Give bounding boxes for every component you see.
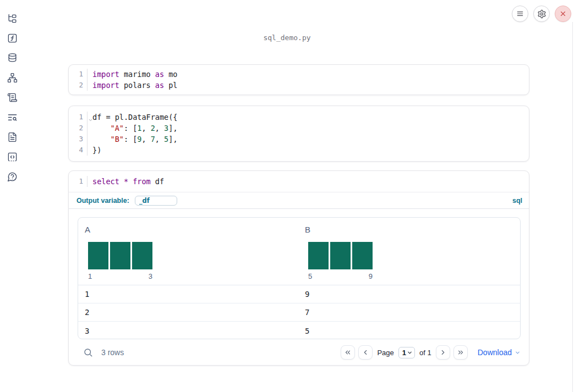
histogram-bar[interactable]: [88, 242, 108, 269]
histogram-ticks: 5 9: [308, 272, 373, 280]
code-token: df: [151, 177, 164, 186]
document-icon: [7, 132, 18, 142]
row-count-label: 3 rows: [101, 348, 124, 357]
code-token: : [: [124, 135, 137, 143]
code-token: pl: [164, 81, 177, 90]
search-icon[interactable]: [83, 347, 93, 357]
code-token: ],: [168, 135, 177, 143]
chevron-left-icon: [362, 349, 369, 356]
code-editor[interactable]: 1df = pl.DataFrame({2 "A": [1, 2, 3],3 "…: [69, 106, 529, 161]
histogram-bar[interactable]: [308, 242, 329, 269]
line-number: 4: [69, 145, 88, 156]
sidebar-item-datasources[interactable]: [7, 53, 18, 63]
code-line: 4}): [69, 145, 529, 156]
table-cell: 9: [298, 290, 520, 299]
code-token: 7: [151, 135, 155, 143]
shutdown-button[interactable]: [555, 5, 571, 22]
code-token: [128, 177, 133, 186]
scroll-icon: [7, 92, 18, 103]
column-label: B: [305, 225, 310, 234]
code-token: ,: [141, 135, 150, 143]
histogram-bar[interactable]: [330, 242, 351, 269]
output-variable-input[interactable]: [135, 196, 177, 206]
code-token: *: [124, 177, 128, 186]
chevrons-left-icon: [344, 349, 352, 356]
column-histogram: [308, 242, 373, 269]
sql-editor[interactable]: 1select * from df: [69, 171, 529, 192]
line-number: 2: [69, 80, 88, 91]
sql-meta-row: Output variable: sql: [69, 192, 529, 209]
sidebar-item-outline-search[interactable]: [7, 112, 18, 122]
settings-button[interactable]: [533, 5, 550, 22]
code-token: import: [92, 70, 119, 79]
code-line: 1select * from df: [69, 176, 529, 187]
code-text: select * from df: [88, 176, 164, 187]
sidebar-item-file-explorer[interactable]: [7, 13, 18, 23]
dataframe-table: A 1 3 B 5 9 192735: [78, 217, 521, 339]
last-page-button[interactable]: [453, 345, 468, 360]
language-badge: sql: [512, 197, 522, 205]
page-select[interactable]: 1: [398, 347, 415, 358]
code-token: marimo: [119, 70, 155, 79]
histogram-bar[interactable]: [132, 242, 152, 269]
chevron-down-icon: [515, 350, 521, 356]
code-token: ,: [155, 124, 164, 132]
table-cell: 1: [78, 290, 298, 299]
sql-cell[interactable]: 1select * from df Output variable: sql A…: [68, 170, 529, 366]
table-cell: 2: [78, 308, 298, 317]
code-text: }): [88, 145, 101, 156]
table-row[interactable]: 35: [78, 322, 520, 339]
download-button[interactable]: Download: [478, 348, 521, 357]
code-editor[interactable]: 1import marimo as mo2import polars as pl: [69, 65, 529, 95]
column-header-b[interactable]: B 5 9: [298, 218, 520, 285]
fold-toggle[interactable]: [88, 115, 93, 126]
code-cell-dataframe[interactable]: 1df = pl.DataFrame({2 "A": [1, 2, 3],3 "…: [68, 106, 529, 162]
page-select-value: 1: [402, 349, 406, 357]
help-bubble-icon: [7, 172, 18, 182]
sidebar-item-logs[interactable]: [7, 92, 18, 102]
table-cell: 5: [298, 327, 520, 335]
code-token: select: [92, 177, 119, 186]
close-icon: [559, 10, 567, 18]
table-footer: 3 rows Page 1 of 1: [78, 344, 521, 361]
code-line: 1import marimo as mo: [69, 69, 529, 80]
prev-page-button[interactable]: [358, 345, 373, 360]
line-number: 1: [69, 69, 88, 80]
line-number: 1: [69, 176, 88, 187]
table-cell: 7: [298, 308, 520, 317]
right-edge-rule: [572, 22, 573, 392]
sidebar-item-dependencies[interactable]: [7, 73, 18, 82]
code-token: }): [92, 146, 101, 154]
page-label: Page: [377, 349, 393, 357]
code-token: 2: [151, 124, 155, 132]
code-token: import: [92, 81, 119, 90]
histogram-bar[interactable]: [352, 242, 373, 269]
code-token: as: [155, 81, 164, 90]
code-snippet-icon: [7, 152, 18, 162]
code-token: "B": [111, 135, 124, 143]
sidebar-item-documentation[interactable]: [7, 132, 18, 142]
table-row[interactable]: 27: [78, 303, 520, 322]
code-cell-imports[interactable]: 1import marimo as mo2import polars as pl: [68, 64, 529, 95]
chevrons-right-icon: [457, 349, 464, 356]
table-row[interactable]: 19: [78, 285, 520, 303]
code-text: import polars as pl: [88, 80, 177, 91]
sidebar-item-help[interactable]: [7, 172, 18, 181]
code-token: [119, 177, 124, 186]
sidebar: [0, 0, 24, 392]
histogram-bar[interactable]: [110, 242, 130, 269]
column-header-a[interactable]: A 1 3: [78, 218, 298, 285]
table-body: 192735: [78, 285, 520, 339]
code-text: import marimo as mo: [88, 69, 177, 80]
histogram-max-tick: 9: [369, 272, 373, 280]
sidebar-item-snippets[interactable]: [7, 152, 18, 162]
line-number: 1: [69, 112, 88, 123]
code-text: df = pl.DataFrame({: [88, 112, 177, 123]
database-icon: [7, 53, 18, 63]
menu-button[interactable]: [512, 5, 528, 22]
first-page-button[interactable]: [341, 345, 355, 360]
next-page-button[interactable]: [436, 345, 450, 360]
output-variable-label: Output variable:: [76, 197, 129, 205]
gear-icon: [537, 9, 546, 19]
chevron-down-icon: [407, 350, 413, 356]
